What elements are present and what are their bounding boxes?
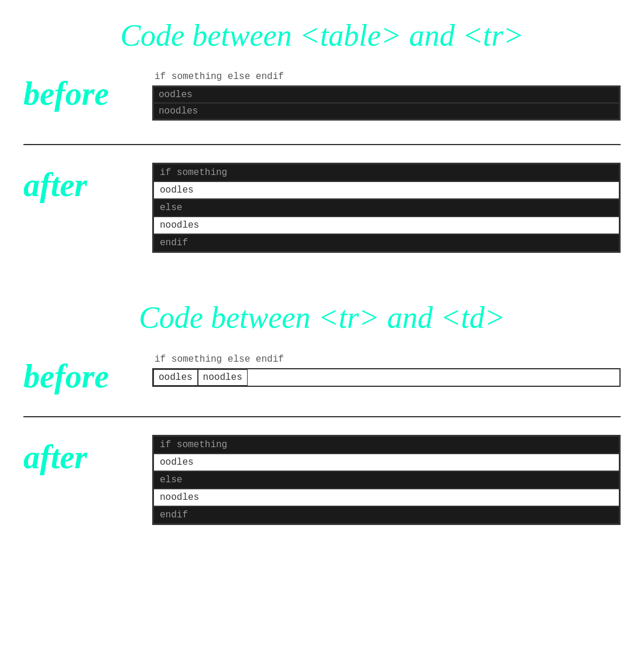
section1-before-content: if something else endif oodles noodles	[152, 71, 621, 121]
section1-before-cell-1: oodles	[153, 87, 619, 103]
section2: Code between <tr> and <td> before if som…	[23, 300, 621, 536]
section2-after-cell-1: if something	[153, 436, 619, 454]
section1: Code between <table> and <tr> before if …	[23, 18, 621, 265]
section2-after-content: if something oodles else noodles endif	[152, 435, 621, 525]
section2-after-table: if something oodles else noodles endif	[152, 435, 621, 525]
section1-before-label: before	[23, 71, 152, 110]
section1-after-table: if something oodles else noodles endif	[152, 163, 621, 253]
section1-before-table: oodles noodles	[152, 85, 621, 121]
section1-divider	[23, 144, 621, 145]
section2-after-cell-3: else	[153, 471, 619, 489]
section2-before-row: before if something else endif oodles no…	[23, 354, 621, 404]
section2-after-label: after	[23, 435, 152, 473]
section1-before-cell-2: noodles	[153, 103, 619, 119]
section1-after-cell-2: oodles	[153, 181, 619, 199]
section1-after-cell-4: noodles	[153, 217, 619, 234]
section1-after-cell-5: endif	[153, 234, 619, 252]
section2-before-code: if something else endif	[152, 354, 621, 365]
section1-after-label: after	[23, 163, 152, 201]
section2-before-cell-1: oodles	[153, 369, 198, 386]
section-gap	[23, 276, 621, 300]
section2-before-cell-2: noodles	[198, 369, 248, 386]
section1-title: Code between <table> and <tr>	[23, 18, 621, 54]
section1-after-cell-3: else	[153, 199, 619, 217]
section2-after-row: after if something oodles else noodles e…	[23, 435, 621, 537]
section1-before-code: if something else endif	[152, 71, 621, 82]
section1-before-row: before if something else endif oodles no…	[23, 71, 621, 132]
section1-after-content: if something oodles else noodles endif	[152, 163, 621, 253]
section2-before-content: if something else endif oodles noodles	[152, 354, 621, 387]
section1-after-cell-1: if something	[153, 164, 619, 181]
section2-after-cell-5: endif	[153, 506, 619, 524]
section1-after-row: after if something oodles else noodles e…	[23, 163, 621, 265]
section2-divider	[23, 416, 621, 417]
section2-after-cell-4: noodles	[153, 489, 619, 506]
section2-title: Code between <tr> and <td>	[23, 300, 621, 336]
section2-before-label: before	[23, 354, 152, 393]
section2-after-cell-2: oodles	[153, 454, 619, 471]
section2-before-table: oodles noodles	[152, 368, 621, 387]
